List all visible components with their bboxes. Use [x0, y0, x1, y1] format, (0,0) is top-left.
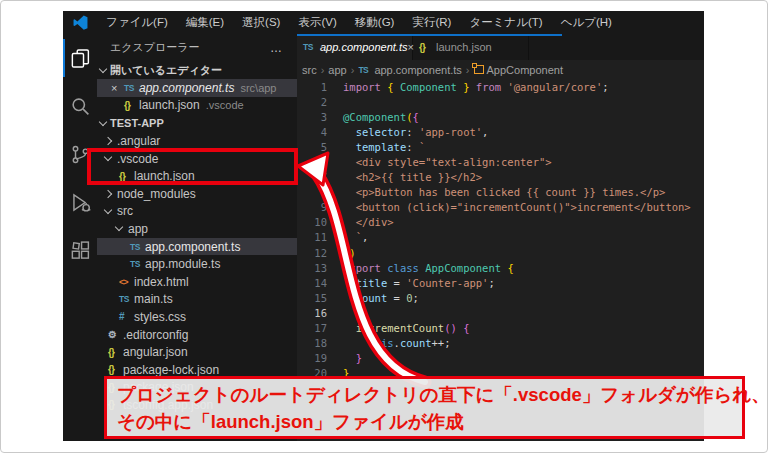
active-tab-indicator — [297, 34, 562, 36]
breadcrumb-label: app.component.ts — [374, 64, 461, 76]
line-number: 7 — [297, 171, 343, 183]
tree-item-angular.json[interactable]: {}angular.json — [97, 343, 297, 361]
code-line-2[interactable]: 2 — [297, 94, 704, 109]
line-number: 12 — [297, 247, 343, 259]
json-file-icon: {} — [108, 364, 123, 375]
folder-label: .angular — [117, 134, 160, 148]
line-number: 10 — [297, 216, 343, 228]
chevron-right-icon — [104, 190, 112, 198]
code-line-11[interactable]: 11 `, — [297, 230, 704, 245]
file-label: .editorconfig — [123, 328, 188, 342]
chevron-down-icon — [99, 117, 107, 125]
sidebar-title-row: エクスプローラー … — [97, 34, 297, 61]
breadcrumb-item[interactable]: AppComponent — [474, 64, 563, 76]
tree-item-node_modules[interactable]: node_modules — [97, 185, 297, 203]
json-file-icon: {} — [419, 42, 436, 53]
code-line-15[interactable]: 15 count = 0; — [297, 290, 704, 305]
file-label: app.module.ts — [145, 257, 220, 271]
ts-file-icon: TS — [130, 259, 145, 269]
tree-item-styles.css[interactable]: #styles.css — [97, 308, 297, 326]
line-number: 13 — [297, 262, 343, 274]
breadcrumb-item[interactable]: src — [302, 64, 317, 76]
code-line-17[interactable]: 17 incrementCount() { — [297, 321, 704, 336]
tree-item-.editorconfig[interactable]: ⚙.editorconfig — [97, 326, 297, 344]
line-number: 19 — [297, 352, 343, 364]
code-text: title = 'Counter-app'; — [343, 277, 495, 289]
tree-item-app.component.ts[interactable]: TSapp.component.ts — [97, 238, 297, 256]
file-label: index.html — [134, 275, 189, 289]
code-text: <div style="text-align:center"> — [343, 156, 552, 168]
code-line-3[interactable]: 3@Component({ — [297, 109, 704, 124]
project-root-label: TEST-APP — [110, 117, 164, 129]
line-number: 14 — [297, 277, 343, 289]
code-line-12[interactable]: 12}) — [297, 245, 704, 260]
explorer-icon[interactable] — [63, 34, 97, 82]
file-label: app.component.ts — [145, 240, 240, 254]
json-file-icon: {} — [108, 347, 123, 358]
line-number: 16 — [297, 307, 343, 319]
code-line-7[interactable]: 7 <h2>{{ title }}</h2> — [297, 170, 704, 185]
menu-item[interactable]: 表示(V) — [289, 16, 345, 28]
code-text: @Component({ — [343, 111, 419, 123]
tree-item-index.html[interactable]: <>index.html — [97, 273, 297, 291]
code-text: }) — [343, 247, 356, 259]
open-editor-item[interactable]: ×TSapp.component.tssrc\app — [97, 79, 297, 97]
breadcrumb-label: app — [328, 64, 346, 76]
breadcrumb-separator: › — [466, 64, 470, 76]
code-line-10[interactable]: 10 </div> — [297, 215, 704, 230]
menu-item[interactable]: ヘルプ(H) — [552, 16, 621, 28]
html-file-icon: <> — [119, 277, 134, 287]
line-number: 1 — [297, 81, 343, 93]
tab-launch.json[interactable]: {}launch.json — [413, 34, 529, 60]
activity-bar — [63, 34, 97, 441]
tree-item-main.ts[interactable]: TSmain.ts — [97, 291, 297, 309]
code-line-5[interactable]: 5 template: ` — [297, 139, 704, 154]
code-line-1[interactable]: 1import { Component } from '@angular/cor… — [297, 79, 704, 94]
tree-item-app.module.ts[interactable]: TSapp.module.ts — [97, 255, 297, 273]
line-number: 17 — [297, 322, 343, 334]
project-root-header[interactable]: TEST-APP — [97, 114, 297, 132]
code-line-19[interactable]: 19 } — [297, 351, 704, 366]
menu-item[interactable]: 移動(G) — [346, 16, 404, 28]
open-editor-label: launch.json — [139, 98, 200, 112]
breadcrumb-label: AppComponent — [487, 64, 563, 76]
code-text: selector: 'app-root', — [343, 126, 488, 138]
tree-item-src[interactable]: src — [97, 203, 297, 221]
more-actions-icon[interactable]: … — [270, 41, 283, 55]
ts-file-icon: TS — [119, 294, 134, 304]
breadcrumb-item[interactable]: TSapp.component.ts — [358, 64, 461, 76]
breadcrumb-separator: › — [351, 64, 355, 76]
breadcrumb-item[interactable]: app — [328, 64, 346, 76]
code-line-18[interactable]: 18 this.count++; — [297, 336, 704, 351]
menu-item[interactable]: ターミナル(T) — [460, 16, 551, 28]
code-line-4[interactable]: 4 selector: 'app-root', — [297, 124, 704, 139]
extensions-icon[interactable] — [63, 226, 97, 274]
menu-item[interactable]: 編集(E) — [177, 16, 233, 28]
close-icon[interactable]: × — [111, 82, 124, 94]
chevron-right-icon — [104, 137, 112, 145]
code-text: count = 0; — [343, 292, 419, 304]
code-line-14[interactable]: 14 title = 'Counter-app'; — [297, 275, 704, 290]
line-number: 2 — [297, 96, 343, 108]
tree-item-app[interactable]: app — [97, 220, 297, 238]
ts-file-icon: TS — [124, 83, 139, 93]
search-icon[interactable] — [63, 82, 97, 130]
code-text: <p>Button has been clicked {{ count }} t… — [343, 186, 665, 198]
code-line-13[interactable]: 13export class AppComponent { — [297, 260, 704, 275]
code-line-16[interactable]: 16 — [297, 305, 704, 320]
line-number: 8 — [297, 186, 343, 198]
run-debug-icon[interactable] — [63, 178, 97, 226]
code-line-8[interactable]: 8 <p>Button has been clicked {{ count }}… — [297, 185, 704, 200]
code-line-6[interactable]: 6 <div style="text-align:center"> — [297, 154, 704, 169]
tab-app.component.ts[interactable]: TSapp.component.ts× — [297, 34, 413, 60]
menu-item[interactable]: ファイル(F) — [97, 16, 177, 28]
line-number: 9 — [297, 201, 343, 213]
open-editors-header[interactable]: 開いているエディター — [97, 61, 297, 79]
menu-item[interactable]: 実行(R) — [403, 16, 460, 28]
code-line-9[interactable]: 9 <button (click)="incrementCount()">inc… — [297, 200, 704, 215]
open-editor-item[interactable]: {}launch.json.vscode — [97, 97, 297, 115]
code-text: <button (click)="incrementCount()">incre… — [343, 201, 691, 213]
ts-file-icon: TS — [303, 42, 320, 52]
tab-label: launch.json — [436, 41, 492, 53]
menu-item[interactable]: 選択(S) — [233, 16, 289, 28]
